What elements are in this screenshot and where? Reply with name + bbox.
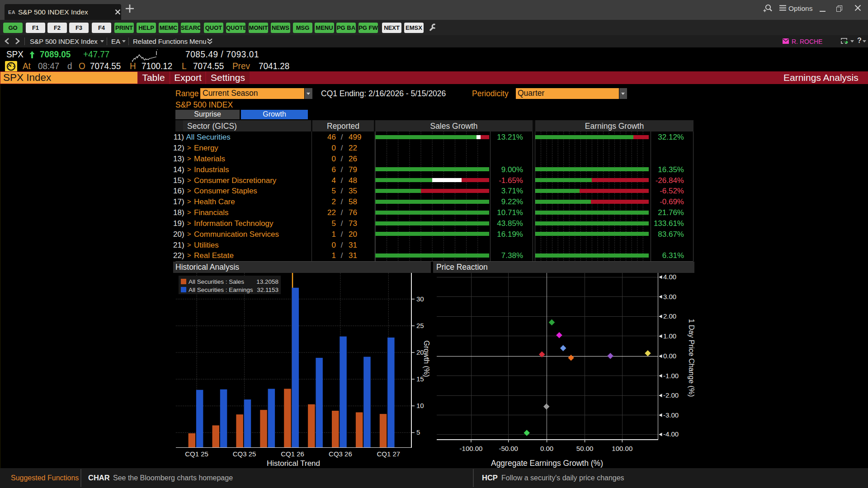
svg-text:1 Day Price Change (%): 1 Day Price Change (%) xyxy=(688,319,694,397)
svg-text:32.1153: 32.1153 xyxy=(257,286,278,293)
svg-text:0.00: 0.00 xyxy=(663,352,676,360)
svg-text:All Securities : Sales: All Securities : Sales xyxy=(189,278,244,285)
svg-text:-4.00: -4.00 xyxy=(663,430,679,438)
svg-text:CQ1 25: CQ1 25 xyxy=(185,450,208,458)
svg-text:Aggregate Earnings Growth (%): Aggregate Earnings Growth (%) xyxy=(491,459,603,468)
svg-text:All Securities : Earnings: All Securities : Earnings xyxy=(189,286,253,293)
svg-text:5: 5 xyxy=(416,428,420,436)
svg-text:2.00: 2.00 xyxy=(663,312,676,320)
svg-text:Growth (%): Growth (%) xyxy=(423,341,430,377)
svg-text:-1.00: -1.00 xyxy=(663,372,679,380)
svg-text:25: 25 xyxy=(416,322,424,329)
svg-text:CQ1 27: CQ1 27 xyxy=(377,450,400,458)
svg-text:CQ3 26: CQ3 26 xyxy=(329,450,352,458)
svg-text:1.00: 1.00 xyxy=(663,332,676,340)
svg-text:CQ3 25: CQ3 25 xyxy=(233,450,256,458)
svg-text:10: 10 xyxy=(416,402,424,409)
svg-text:-100.00: -100.00 xyxy=(460,445,483,452)
svg-text:13.2058: 13.2058 xyxy=(256,278,278,285)
svg-text:-50.00: -50.00 xyxy=(499,445,518,452)
svg-text:-2.00: -2.00 xyxy=(663,391,679,399)
svg-text:4.00: 4.00 xyxy=(663,273,676,281)
svg-text:50.00: 50.00 xyxy=(576,445,594,452)
svg-text:-3.00: -3.00 xyxy=(663,411,679,419)
svg-text:100.00: 100.00 xyxy=(612,445,632,452)
svg-text:CQ1 26: CQ1 26 xyxy=(281,450,304,458)
svg-text:30: 30 xyxy=(416,295,424,303)
svg-text:3.00: 3.00 xyxy=(663,293,676,300)
svg-text:0.00: 0.00 xyxy=(540,445,553,452)
svg-text:Historical Trend: Historical Trend xyxy=(267,459,320,468)
